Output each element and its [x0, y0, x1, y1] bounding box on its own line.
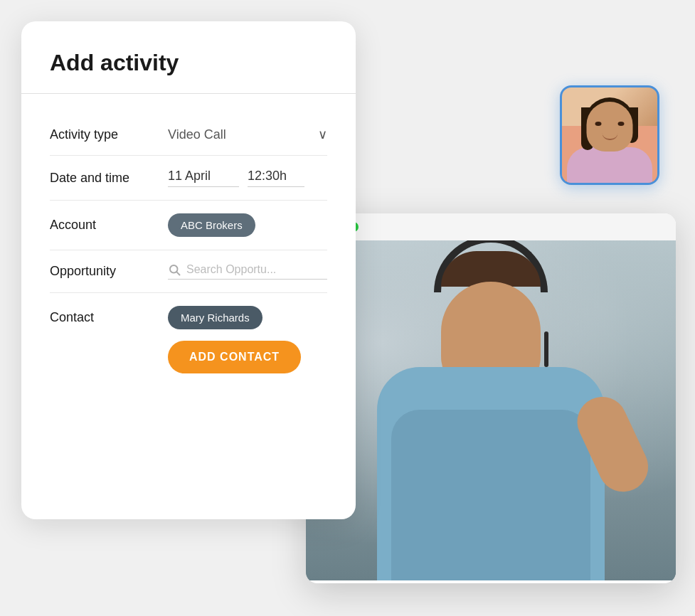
activity-type-label: Activity type	[50, 127, 156, 142]
contact-content: Mary Richards	[168, 306, 327, 329]
window-titlebar	[306, 213, 676, 240]
opportunity-label: Opportunity	[50, 264, 156, 279]
date-time-content: 11 April 12:30h	[168, 169, 327, 187]
headset-mic	[544, 331, 548, 367]
account-label: Account	[50, 218, 156, 233]
profile-eye-left	[595, 122, 602, 126]
account-chip[interactable]: ABC Brokers	[168, 213, 255, 237]
activity-type-row: Activity type Video Call ∨	[50, 114, 327, 156]
profile-smile	[602, 133, 617, 140]
add-activity-form: Add activity Activity type Video Call ∨ …	[21, 21, 356, 519]
opportunity-content: Search Opportu...	[168, 263, 327, 280]
account-content: ABC Brokers	[168, 213, 327, 237]
video-main-area	[306, 240, 676, 580]
account-row: Account ABC Brokers	[50, 201, 327, 250]
person-silhouette	[356, 253, 626, 580]
profile-shoulders	[567, 147, 652, 183]
contact-label: Contact	[50, 310, 156, 325]
date-time-label: Date and time	[50, 171, 156, 186]
person-body	[377, 367, 605, 580]
person-shirt	[391, 410, 590, 580]
chevron-down-icon: ∨	[318, 127, 327, 142]
profile-face	[562, 87, 657, 183]
video-call-window	[306, 213, 676, 583]
date-input[interactable]: 11 April	[168, 169, 239, 187]
contact-row: Contact Mary Richards	[50, 306, 327, 329]
profile-head	[587, 102, 633, 152]
contact-section: Contact Mary Richards ADD CONTACT	[50, 293, 327, 386]
contact-chip[interactable]: Mary Richards	[168, 306, 262, 329]
activity-type-value: Video Call	[168, 127, 226, 142]
profile-picture-frame	[560, 85, 659, 185]
profile-eye-right	[618, 122, 625, 126]
search-icon	[168, 263, 181, 276]
opportunity-placeholder: Search Opportu...	[186, 263, 276, 276]
add-contact-button[interactable]: ADD CONTACT	[168, 341, 301, 373]
time-input[interactable]: 12:30h	[248, 169, 304, 187]
form-divider	[21, 93, 356, 94]
opportunity-search[interactable]: Search Opportu...	[168, 263, 327, 280]
date-time-row: Date and time 11 April 12:30h	[50, 156, 327, 201]
form-title: Add activity	[50, 50, 327, 76]
activity-type-dropdown[interactable]: Video Call ∨	[168, 127, 327, 142]
svg-line-1	[176, 272, 179, 275]
opportunity-row: Opportunity Search Opportu...	[50, 250, 327, 293]
